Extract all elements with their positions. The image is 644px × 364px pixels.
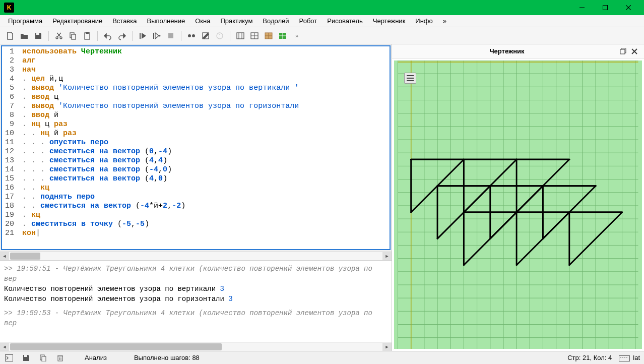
- save-file-icon[interactable]: [32, 30, 44, 42]
- status-keyboard-indicator[interactable]: lat: [619, 354, 640, 361]
- output-console: >> 19:59:51 - Чертёжник Треугольники 4 к…: [0, 260, 392, 351]
- console-log-line: >> 19:59:53 - Чертёжник Треугольники 4 к…: [4, 308, 388, 328]
- svg-point-6: [60, 37, 62, 39]
- menu-item[interactable]: Водолей: [257, 16, 294, 26]
- menu-item[interactable]: »: [438, 16, 452, 26]
- svg-rect-115: [24, 355, 27, 357]
- scroll-left-icon[interactable]: ◄: [0, 252, 9, 260]
- redo-icon[interactable]: [116, 30, 128, 42]
- layout-4-icon[interactable]: [277, 30, 289, 42]
- menu-item[interactable]: Окна: [190, 16, 215, 26]
- scroll-left-icon[interactable]: ◄: [0, 343, 9, 351]
- svg-rect-19: [237, 33, 244, 39]
- toolbar: »: [0, 27, 644, 44]
- svg-rect-8: [72, 34, 76, 39]
- status-cursor-pos: Стр: 21, Кол: 4: [567, 354, 612, 361]
- svg-rect-1: [603, 6, 608, 10]
- line-gutter: 123456789101112131415161718192021: [2, 46, 19, 239]
- drawer-canvas[interactable]: [394, 60, 642, 349]
- copy-icon[interactable]: [67, 30, 79, 42]
- scroll-right-icon[interactable]: ►: [382, 343, 392, 351]
- keyboard-icon: [619, 354, 630, 361]
- svg-rect-122: [619, 355, 630, 361]
- toolbar-more-icon[interactable]: »: [291, 30, 303, 42]
- menu-item[interactable]: Практикум: [215, 16, 257, 26]
- run-icon[interactable]: [137, 30, 149, 42]
- svg-rect-114: [6, 354, 13, 361]
- menu-item[interactable]: Чертежник: [368, 16, 411, 26]
- undo-icon[interactable]: [102, 30, 114, 42]
- drawer-panel-header: Чертежник: [392, 44, 644, 58]
- console-hscrollbar[interactable]: ◄ ►: [0, 342, 392, 351]
- svg-rect-4: [36, 33, 39, 35]
- actor-1-icon[interactable]: [185, 30, 198, 42]
- menu-item[interactable]: Рисователь: [322, 16, 367, 26]
- status-analysis-label: Анализ: [85, 354, 107, 361]
- stop-icon[interactable]: [165, 30, 177, 42]
- menu-item[interactable]: Выполнение: [142, 16, 190, 26]
- editor-hscrollbar[interactable]: ◄ ►: [0, 251, 392, 260]
- close-button[interactable]: [617, 0, 640, 15]
- cut-icon[interactable]: [53, 30, 65, 42]
- svg-point-5: [56, 37, 58, 39]
- new-file-icon[interactable]: [4, 30, 16, 42]
- canvas-menu-icon[interactable]: [404, 73, 416, 84]
- titlebar: K: [0, 0, 644, 15]
- menubar: ПрограммаРедактированиеВставкаВыполнение…: [0, 15, 644, 27]
- svg-rect-12: [153, 33, 154, 39]
- statusbar: Анализ Выполнено шагов: 88 Стр: 21, Кол:…: [0, 351, 644, 364]
- drawer-title: Чертежник: [396, 47, 618, 55]
- status-clear-icon[interactable]: [55, 353, 66, 362]
- actor-2-icon[interactable]: [200, 30, 212, 42]
- app-logo-icon: K: [4, 3, 14, 13]
- svg-rect-118: [58, 356, 62, 361]
- svg-point-16: [192, 34, 195, 37]
- status-copy-icon[interactable]: [38, 353, 48, 362]
- console-output-line: Количество повторений элементов узора по…: [4, 284, 388, 294]
- scroll-right-icon[interactable]: ►: [382, 252, 392, 260]
- menu-item[interactable]: Редактирование: [47, 16, 107, 26]
- svg-point-18: [219, 34, 220, 35]
- svg-rect-11: [140, 33, 141, 39]
- layout-3-icon[interactable]: [263, 30, 275, 42]
- actor-3-icon[interactable]: [214, 30, 226, 42]
- console-output-line: Количество повторений элементов узора по…: [4, 294, 388, 304]
- status-steps-label: Выполнено шагов: 88: [134, 354, 200, 361]
- layout-2-icon[interactable]: [248, 30, 261, 42]
- svg-rect-32: [620, 49, 625, 54]
- svg-rect-117: [42, 356, 46, 361]
- svg-rect-14: [168, 33, 173, 38]
- console-log-line: >> 19:59:51 - Чертёжник Треугольники 4 к…: [4, 264, 388, 284]
- panel-close-icon[interactable]: [629, 46, 640, 57]
- minimize-button[interactable]: [570, 0, 594, 15]
- maximize-button[interactable]: [594, 0, 617, 15]
- menu-item[interactable]: Робот: [294, 16, 323, 26]
- menu-item[interactable]: Программа: [3, 16, 47, 26]
- status-save-icon[interactable]: [21, 353, 31, 362]
- svg-point-13: [159, 35, 161, 36]
- open-file-icon[interactable]: [18, 30, 30, 42]
- status-console-icon[interactable]: [4, 353, 14, 362]
- paste-icon[interactable]: [81, 30, 93, 42]
- svg-point-15: [188, 34, 191, 37]
- svg-rect-10: [86, 32, 89, 34]
- step-icon[interactable]: [151, 30, 163, 42]
- code-editor[interactable]: 123456789101112131415161718192021 исполь…: [1, 45, 391, 250]
- menu-item[interactable]: Инфо: [410, 16, 437, 26]
- menu-item[interactable]: Вставка: [107, 16, 142, 26]
- layout-1-icon[interactable]: [234, 30, 246, 42]
- panel-restore-icon[interactable]: [618, 46, 629, 57]
- console-text[interactable]: >> 19:59:51 - Чертёжник Треугольники 4 к…: [0, 261, 392, 342]
